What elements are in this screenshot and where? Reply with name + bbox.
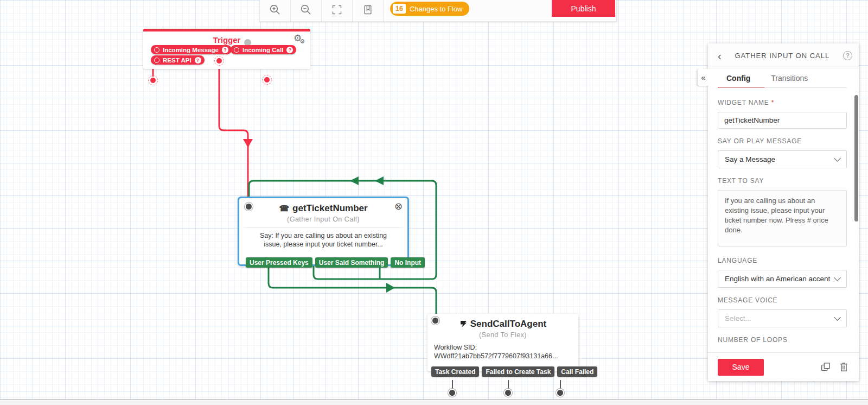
trigger-pill-incoming-call: Incoming Call ? (231, 45, 296, 54)
canvas-toolbar: 16 Changes to Flow Publish (259, 0, 617, 22)
connector-to-flex (269, 266, 436, 318)
gather-widget-type: (Gather Input On Call) (239, 216, 407, 223)
gather-widget-title: getTicketNumber (292, 203, 368, 214)
collapse-panel-button[interactable]: « (698, 69, 709, 86)
panel-header: ‹ GATHER INPUT ON CALL ? (708, 43, 859, 68)
widget-name-label: WIDGET NAME * (718, 99, 847, 106)
chevron-down-icon (834, 314, 841, 321)
panel-help-icon[interactable]: ? (843, 51, 852, 60)
publish-button[interactable]: Publish (552, 0, 615, 17)
trigger-widget[interactable]: Trigger ⚙⚙ Incoming Message ? Incoming C… (143, 29, 310, 69)
zoom-out-button[interactable] (291, 0, 322, 21)
flex-output-stubs (452, 380, 560, 389)
flex-icon (459, 320, 467, 328)
gather-transitions: User Pressed Keys User Said Something No… (246, 257, 425, 268)
pill-ring-icon (234, 47, 239, 53)
help-badge-icon[interactable]: ? (222, 47, 228, 53)
pill-ring-icon (154, 58, 159, 63)
tab-transitions[interactable]: Transitions (771, 74, 808, 83)
chevron-down-icon (834, 274, 841, 281)
transition-no-input: No Input (391, 257, 425, 268)
language-select[interactable]: English with an American accent (718, 270, 847, 288)
zoom-in-button[interactable] (260, 0, 291, 21)
fit-screen-button[interactable] (322, 0, 353, 21)
panel-title: GATHER INPUT ON CALL (735, 52, 829, 60)
connector-arrow-right (386, 283, 395, 293)
gather-input-widget[interactable]: ☎ getTicketNumber ⊗ (Gather Input On Cal… (238, 197, 409, 266)
flex-widget-title: SendCallToAgent (470, 319, 546, 330)
fit-screen-icon (331, 4, 342, 15)
chevron-down-icon (834, 155, 841, 162)
transition-call-failed: Call Failed (557, 366, 597, 377)
transition-user-pressed-keys: User Pressed Keys (246, 257, 312, 268)
back-chevron-icon[interactable]: ‹ (718, 50, 722, 61)
text-to-say-textarea[interactable]: If you are calling us about an existing … (718, 190, 847, 246)
library-icon (362, 4, 373, 15)
canvas-bottom-edge (0, 399, 868, 405)
flex-widget-summary: Workflow SID: WWdff21ab7bb572f7779607f93… (434, 343, 578, 360)
changes-label: Changes to Flow (410, 5, 463, 13)
transition-task-created: Task Created (431, 366, 479, 377)
zoom-in-icon (269, 4, 281, 16)
say-or-play-select[interactable]: Say a Message (718, 150, 847, 168)
connector-arrow-down (243, 139, 253, 148)
widget-name-input[interactable] (718, 112, 847, 129)
flex-transitions: Task Created Failed to Create Task Call … (431, 366, 597, 377)
flex-input-dot[interactable] (432, 318, 438, 324)
trigger-title: Trigger (143, 35, 310, 45)
library-button[interactable] (353, 0, 384, 21)
deselect-widget-icon[interactable]: ⊗ (394, 200, 403, 212)
connector-incoming-message (219, 62, 248, 205)
pill-ring-icon (154, 47, 159, 53)
panel-footer: Save (708, 352, 859, 381)
connector-arrow-left-1 (350, 176, 359, 185)
changes-count-badge: 16 (393, 4, 406, 14)
save-button[interactable]: Save (718, 359, 764, 376)
incoming-message-output-dot[interactable] (214, 56, 224, 66)
task-created-dot[interactable] (449, 390, 455, 396)
number-of-loops-label: NUMBER OF LOOPS (718, 336, 847, 344)
say-or-play-label: SAY OR PLAY MESSAGE (718, 137, 847, 145)
trigger-accent-bar (143, 29, 310, 31)
send-to-flex-widget[interactable]: SendCallToAgent (Send To Flex) Workflow … (427, 314, 578, 371)
connector-arrow-left-2 (375, 176, 384, 185)
changes-to-flow-button[interactable]: 16 Changes to Flow (390, 2, 469, 16)
incoming-call-output-dot[interactable] (262, 75, 272, 85)
transition-user-said-something: User Said Something (315, 257, 388, 268)
panel-body: WIDGET NAME * SAY OR PLAY MESSAGE Say a … (708, 88, 859, 354)
duplicate-widget-icon[interactable] (820, 362, 831, 372)
failed-to-create-task-dot[interactable] (505, 390, 511, 396)
tab-config[interactable]: Config (726, 74, 750, 83)
trigger-pill-incoming-message: Incoming Message ? (151, 45, 232, 54)
divider (244, 227, 403, 228)
trigger-settings-icon[interactable]: ⚙⚙ (293, 34, 307, 43)
studio-canvas[interactable]: 16 Changes to Flow Publish Trigger ⚙⚙ In… (0, 0, 868, 405)
flex-widget-type: (Send To Flex) (427, 331, 578, 339)
delete-widget-icon[interactable] (839, 362, 849, 372)
language-label: LANGUAGE (718, 257, 847, 264)
message-voice-select[interactable]: Select... (718, 309, 847, 327)
message-voice-label: MESSAGE VOICE (718, 296, 847, 304)
trigger-pill-rest-api: REST API ? (151, 55, 205, 65)
text-to-say-label: TEXT TO SAY (718, 177, 847, 185)
flex-widget-title-row: SendCallToAgent (427, 319, 578, 330)
panel-tabs: Config Transitions (708, 68, 859, 88)
phone-icon: ☎ (279, 204, 289, 213)
rest-api-output-dot[interactable] (148, 75, 158, 85)
help-badge-icon[interactable]: ? (195, 57, 201, 64)
tabs-divider (718, 87, 847, 88)
widget-config-panel: « ‹ GATHER INPUT ON CALL ? Config Transi… (708, 43, 859, 381)
call-failed-dot[interactable] (557, 390, 563, 396)
gather-widget-summary: Say: If you are calling us about an exis… (239, 231, 407, 249)
zoom-out-icon (300, 4, 312, 16)
gather-input-dot[interactable] (246, 204, 252, 210)
help-badge-icon[interactable]: ? (286, 47, 293, 53)
panel-scrollbar-thumb[interactable] (854, 95, 858, 222)
transition-failed-to-create-task: Failed to Create Task (482, 366, 554, 377)
gather-widget-title-row: ☎ getTicketNumber (239, 203, 407, 214)
